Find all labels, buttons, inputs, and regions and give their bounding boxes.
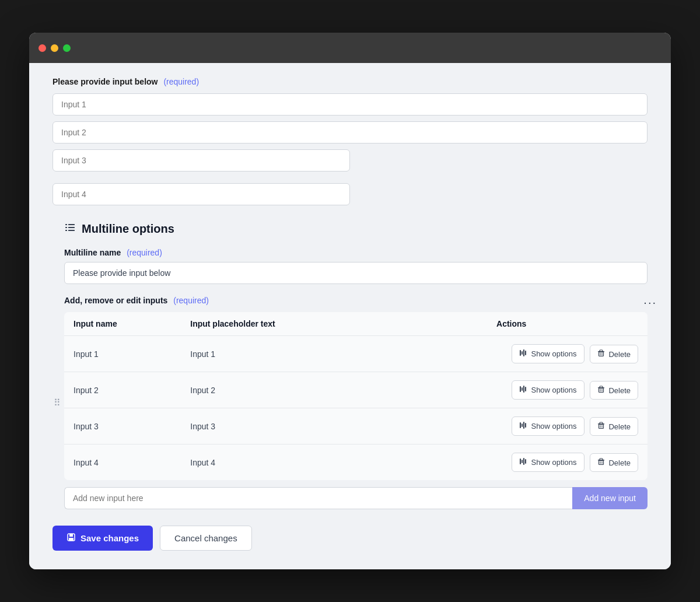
show-options-btn-4[interactable]: Show options [512, 453, 584, 472]
svg-rect-33 [525, 459, 526, 464]
row-2-placeholder: Input 2 [181, 372, 375, 408]
table-row: Input 4 Input 4 [64, 444, 648, 481]
main-content: Please provide input below (required) [29, 63, 671, 569]
svg-rect-30 [520, 459, 521, 464]
delete-btn-3[interactable]: Delete [590, 417, 638, 436]
top-input-section: Please provide input below (required) [52, 77, 648, 205]
add-input-row: Add new input [64, 487, 648, 509]
svg-rect-15 [522, 387, 523, 391]
save-changes-button[interactable]: Save changes [52, 526, 153, 551]
row-2-actions: Show options [375, 372, 648, 408]
svg-rect-17 [525, 387, 526, 391]
svg-rect-24 [523, 422, 524, 429]
row-4-name: Input 4 [64, 444, 181, 481]
row-3-name: Input 3 [64, 408, 181, 444]
svg-rect-14 [520, 386, 521, 392]
drag-handle[interactable]: ⠿ [54, 397, 61, 408]
table-row: Input 1 Input 1 [64, 336, 648, 372]
svg-rect-11 [599, 352, 604, 356]
trash-icon-4 [597, 458, 605, 467]
inputs-table-label: Add, remove or edit inputs (required) [64, 296, 648, 305]
svg-rect-1 [68, 224, 75, 225]
svg-rect-39 [69, 534, 73, 537]
save-label: Save changes [80, 533, 139, 543]
delete-btn-1[interactable]: Delete [590, 345, 638, 363]
multiline-name-group: Multiline name (required) [64, 248, 648, 284]
row-3-placeholder: Input 3 [181, 408, 375, 444]
row-1-actions: Show options [375, 336, 648, 372]
add-input-field[interactable] [64, 487, 572, 509]
col-header-actions: Actions [375, 312, 648, 336]
multiline-name-input[interactable] [64, 262, 648, 284]
section-title: Multiline options [82, 222, 174, 236]
multiline-section: Multiline options Multiline name (requir… [52, 222, 648, 509]
options-icon-2 [519, 385, 527, 395]
svg-rect-6 [520, 350, 521, 356]
trash-icon-1 [597, 349, 605, 359]
show-options-btn-1[interactable]: Show options [512, 344, 584, 363]
top-input-1[interactable] [52, 93, 648, 116]
table-row: Input 3 Input 3 [64, 408, 648, 444]
trash-icon-3 [597, 422, 605, 431]
options-icon-1 [519, 349, 527, 359]
svg-rect-2 [65, 227, 67, 228]
svg-rect-19 [599, 388, 604, 393]
top-section-label: Please provide input below (required) [52, 77, 648, 86]
svg-rect-27 [599, 425, 604, 429]
top-section-label-text: Please provide input below [52, 77, 158, 86]
svg-rect-31 [522, 460, 523, 463]
col-header-name: Input name [64, 312, 181, 336]
delete-btn-2[interactable]: Delete [590, 381, 638, 400]
svg-rect-23 [522, 424, 523, 427]
svg-rect-3 [68, 227, 75, 228]
multiline-icon [64, 222, 76, 236]
svg-rect-35 [599, 461, 604, 465]
options-icon-3 [519, 421, 527, 431]
svg-rect-16 [523, 386, 524, 393]
row-4-actions: Show options [375, 444, 648, 481]
top-input-4[interactable] [52, 183, 350, 205]
show-options-btn-2[interactable]: Show options [512, 380, 584, 400]
cancel-label: Cancel changes [174, 533, 237, 543]
svg-rect-40 [69, 538, 74, 541]
app-window: Please provide input below (required) [29, 33, 671, 569]
top-section-required: (required) [163, 77, 199, 86]
show-options-btn-3[interactable]: Show options [512, 416, 584, 436]
titlebar [29, 33, 671, 63]
row-4-placeholder: Input 4 [181, 444, 375, 481]
svg-rect-7 [522, 351, 523, 355]
row-3-actions: Show options [375, 408, 648, 444]
maximize-button[interactable] [63, 44, 71, 52]
svg-rect-4 [65, 230, 67, 231]
row-2-name: Input 2 [64, 372, 181, 408]
options-icon-4 [519, 457, 527, 467]
save-icon [66, 533, 76, 544]
col-header-placeholder: Input placeholder text [181, 312, 375, 336]
svg-rect-5 [68, 230, 75, 231]
table-section: Add, remove or edit inputs (required) ⠿ … [64, 296, 648, 509]
svg-rect-25 [525, 423, 526, 428]
svg-rect-9 [525, 351, 526, 355]
inputs-table: Input name Input placeholder text Action… [64, 312, 648, 480]
trash-icon-2 [597, 386, 605, 395]
delete-btn-4[interactable]: Delete [590, 453, 638, 472]
svg-rect-32 [523, 458, 524, 465]
multiline-name-label: Multiline name (required) [64, 248, 648, 257]
svg-rect-22 [520, 422, 521, 428]
more-options-button[interactable]: ··· [643, 296, 657, 309]
footer-actions: Save changes Cancel changes [52, 526, 648, 551]
svg-rect-8 [523, 349, 524, 356]
svg-rect-0 [65, 224, 67, 225]
cancel-changes-button[interactable]: Cancel changes [160, 526, 252, 551]
row-1-placeholder: Input 1 [181, 336, 375, 372]
add-new-input-button[interactable]: Add new input [572, 487, 648, 509]
top-input-2[interactable] [52, 121, 648, 144]
table-row: Input 2 Input 2 [64, 372, 648, 408]
close-button[interactable] [38, 44, 46, 52]
top-input-3[interactable] [52, 149, 350, 172]
minimize-button[interactable] [51, 44, 58, 52]
section-header: Multiline options [64, 222, 648, 236]
row-1-name: Input 1 [64, 336, 181, 372]
